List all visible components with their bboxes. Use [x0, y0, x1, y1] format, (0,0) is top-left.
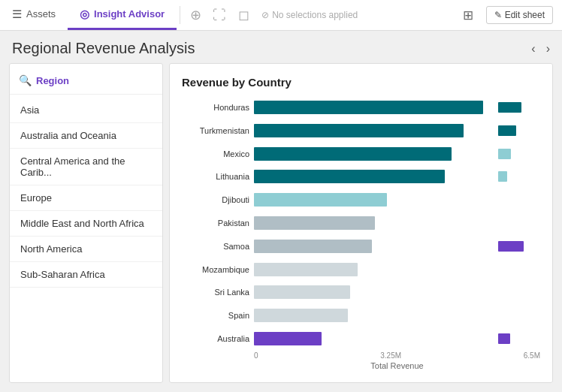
bar [254, 309, 348, 322]
tab-assets[interactable]: ☰ Assets [0, 0, 68, 30]
bar [254, 101, 483, 114]
right-bar [498, 102, 521, 113]
bar-label: Mexico [182, 149, 249, 158]
bar [254, 285, 350, 299]
selection-icon[interactable]: ◻ [231, 3, 255, 27]
bar-row: Australia [182, 329, 495, 348]
insight-label: Insight Advisor [94, 8, 165, 20]
separator [180, 6, 180, 24]
next-page-button[interactable]: › [543, 41, 553, 57]
bar-row: Sri Lanka [182, 282, 495, 302]
bar [254, 193, 387, 207]
bars-section: HondurasTurkmenistanMexicoLithuaniaDjibo… [182, 98, 495, 348]
bar-container [254, 309, 495, 322]
right-bars-section [495, 98, 540, 348]
bar-label: Mozambique [182, 265, 249, 274]
crosshair-icon[interactable]: ⊕ [183, 3, 207, 27]
bar-container [254, 101, 495, 114]
no-selections-indicator: ⊘ No selections applied [261, 10, 358, 20]
x-axis: 03.25M6.5M [182, 351, 540, 360]
no-selections-label: No selections applied [272, 10, 358, 20]
no-sel-icon: ⊘ [261, 10, 269, 20]
bar-label: Spain [182, 311, 249, 320]
bar-row: Djibouti [182, 190, 495, 210]
chart-inner: HondurasTurkmenistanMexicoLithuaniaDjibo… [182, 98, 540, 348]
right-bar-row [498, 190, 540, 210]
bar-row: Samoa [182, 237, 495, 256]
right-bar [498, 333, 510, 344]
bar-container [254, 285, 495, 299]
content-row: 🔍 Region Asia Australia and Oceania Cent… [9, 63, 553, 383]
bar-label: Samoa [182, 242, 249, 251]
edit-sheet-label: Edit sheet [505, 10, 545, 20]
right-bar-row [498, 144, 540, 164]
tab-insight-advisor[interactable]: ◎ Insight Advisor [68, 0, 177, 30]
bar [254, 216, 375, 230]
page-title-row: Regional Revenue Analysis ‹ › [9, 40, 553, 57]
bar-row: Mexico [182, 144, 495, 164]
sidebar-search: 🔍 Region [10, 71, 162, 95]
edit-sheet-button[interactable]: ✎ Edit sheet [486, 6, 553, 24]
bar [254, 263, 358, 276]
bar-row: Honduras [182, 98, 495, 117]
topbar-right: ⊞ ✎ Edit sheet [456, 3, 562, 27]
right-bar-row [498, 98, 540, 117]
sidebar: 🔍 Region Asia Australia and Oceania Cent… [9, 63, 163, 383]
right-bar-row [498, 121, 540, 140]
bar-label: Honduras [182, 103, 249, 112]
bar-row: Turkmenistan [182, 121, 495, 140]
bar [254, 332, 322, 345]
x-tick: 6.5M [524, 351, 540, 360]
sidebar-item-sub-saharan[interactable]: Sub-Saharan Africa [10, 262, 162, 288]
right-bar-row [498, 213, 540, 233]
bar-label: Turkmenistan [182, 126, 249, 135]
bar-label: Australia [182, 334, 249, 343]
assets-label: Assets [26, 8, 56, 20]
grid-icon[interactable]: ⊞ [456, 3, 480, 27]
bar-container [254, 193, 495, 207]
bar [254, 170, 445, 183]
expand-icon[interactable]: ⛶ [207, 3, 231, 27]
bar [254, 240, 372, 253]
right-bar-row [498, 282, 540, 302]
right-bar-row [498, 306, 540, 325]
sidebar-item-australia[interactable]: Australia and Oceania [10, 123, 162, 149]
x-tick: 3.25M [380, 351, 401, 360]
x-tick: 0 [254, 351, 258, 360]
bar-container [254, 170, 495, 183]
sidebar-item-north-america[interactable]: North America [10, 237, 162, 262]
right-bar-row [498, 237, 540, 256]
assets-icon: ☰ [12, 8, 22, 21]
bar-label: Lithuania [182, 172, 249, 181]
right-bar [498, 171, 507, 182]
sidebar-item-central-america[interactable]: Central America and the Carib... [10, 149, 162, 185]
page-title: Regional Revenue Analysis [12, 40, 195, 57]
insight-icon: ◎ [80, 8, 89, 21]
bar-container [254, 332, 495, 345]
bar [254, 147, 452, 161]
right-bar [498, 241, 524, 252]
bar-label: Sri Lanka [182, 288, 249, 297]
right-bar-row [498, 329, 540, 348]
bar-label: Pakistan [182, 219, 249, 228]
bar-row: Spain [182, 306, 495, 325]
sidebar-item-middle-east[interactable]: Middle East and North Africa [10, 211, 162, 237]
x-ticks: 03.25M6.5M [254, 351, 540, 360]
prev-page-button[interactable]: ‹ [528, 41, 538, 57]
bar-row: Lithuania [182, 167, 495, 186]
bar-label: Djibouti [182, 195, 249, 204]
bar-row: Pakistan [182, 213, 495, 233]
bar-container [254, 216, 495, 230]
sidebar-item-europe[interactable]: Europe [10, 185, 162, 211]
page: Regional Revenue Analysis ‹ › 🔍 Region A… [0, 31, 562, 392]
page-navigation: ‹ › [528, 41, 553, 57]
bar-container [254, 263, 495, 276]
chart-title: Revenue by Country [182, 76, 540, 89]
right-bar-row [498, 260, 540, 279]
topbar: ☰ Assets ◎ Insight Advisor ⊕ ⛶ ◻ ⊘ No se… [0, 0, 562, 31]
sidebar-item-asia[interactable]: Asia [10, 98, 162, 123]
right-bar [498, 149, 511, 159]
search-icon: 🔍 [19, 74, 32, 86]
pencil-icon: ✎ [494, 10, 502, 20]
sidebar-region-label: Region [36, 75, 69, 86]
